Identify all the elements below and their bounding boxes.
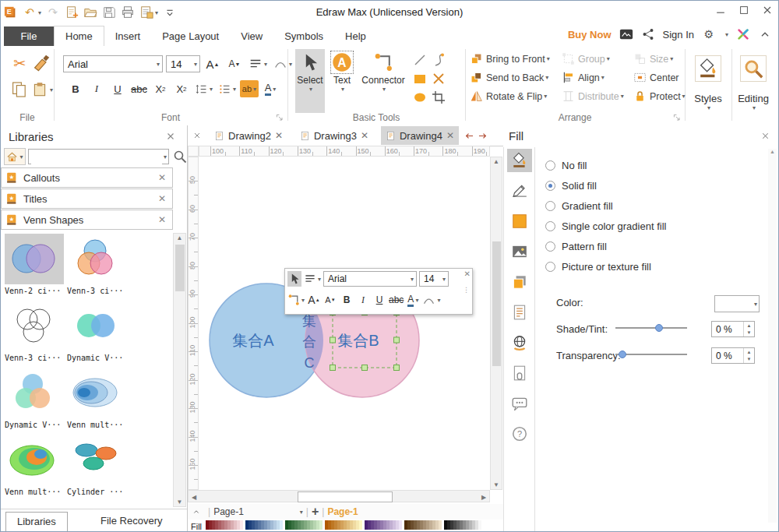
mini-font-size-combo[interactable]: 14▾: [419, 271, 449, 287]
select-tool-button[interactable]: Select▾: [295, 49, 325, 113]
fill-option-no-fill[interactable]: No fill: [545, 160, 587, 171]
scroll-down-icon[interactable]: ▼: [491, 481, 502, 488]
drawing-canvas[interactable]: 集合A集合B集合C ▾ Arial▾ 14▾ ▾ A▲A▼BIUabcA▾▾ ✕…: [199, 157, 490, 490]
print-icon[interactable]: [121, 5, 135, 19]
close-library-icon[interactable]: ✕: [158, 172, 166, 183]
scroll-down-icon[interactable]: ▼: [174, 499, 185, 506]
comment-panel-button[interactable]: [507, 392, 532, 415]
library-shape-item[interactable]: Venn-3 ci···: [5, 301, 64, 362]
transparency-spinner[interactable]: 0 %▲▼: [711, 347, 755, 364]
align-button[interactable]: Align▾: [562, 69, 624, 86]
copy-icon[interactable]: [10, 80, 29, 99]
transparency-slider[interactable]: [615, 350, 687, 359]
share-icon[interactable]: [641, 27, 655, 41]
send-to-back-button[interactable]: Send to Back▾: [470, 69, 550, 86]
resize-handle[interactable]: [362, 365, 368, 371]
save-icon[interactable]: [102, 5, 116, 19]
paste-button[interactable]: ▾: [30, 80, 54, 99]
close-icon[interactable]: [761, 4, 774, 16]
radio-no-fill[interactable]: [545, 160, 555, 171]
mini-connector-button[interactable]: ▾: [287, 292, 305, 308]
text-arc-button[interactable]: ▾: [272, 55, 294, 72]
bold-button[interactable]: B: [340, 292, 354, 308]
document-options-icon-dropdown[interactable]: ▾: [155, 9, 158, 16]
mini-toolbar-drag-dots[interactable]: ⋮: [463, 286, 470, 294]
palette-swatch[interactable]: [280, 520, 283, 530]
rectangle-tool-icon[interactable]: [412, 71, 428, 86]
fill-option-pattern-fill[interactable]: Pattern fill: [545, 241, 607, 252]
library-shape-item[interactable]: Venn mult···: [67, 368, 126, 429]
cross-tool-icon[interactable]: [431, 71, 446, 86]
library-shape-item[interactable]: Dynamic V···: [67, 301, 126, 362]
strike-button[interactable]: abc: [389, 292, 404, 308]
menu-tab-help[interactable]: Help: [334, 26, 377, 47]
palette-swatch[interactable]: [399, 520, 402, 530]
fill-option-single-color-gradient-fill[interactable]: Single color gradient fill: [545, 220, 666, 232]
library-search-field[interactable]: [31, 150, 162, 165]
superscript-button[interactable]: X2: [172, 80, 191, 97]
radio-pattern-fill[interactable]: [545, 241, 555, 252]
scroll-up-icon[interactable]: ▲: [491, 158, 502, 165]
panel-scrollbar[interactable]: ▲: [768, 149, 777, 523]
palette-swatch[interactable]: [439, 520, 442, 530]
library-shape-item[interactable]: Venn-3 ci···: [67, 234, 126, 295]
minimize-icon[interactable]: [714, 4, 727, 16]
shade-tint-slider[interactable]: [615, 323, 687, 333]
line-spacing-icon-button[interactable]: ▾: [193, 80, 214, 97]
format-painter-icon[interactable]: [32, 54, 51, 72]
rotate-flip-button[interactable]: Rotate & Flip▾: [470, 88, 550, 104]
panel-tab-libraries[interactable]: Libraries: [5, 512, 68, 532]
collapse-ribbon-icon[interactable]: [758, 27, 772, 41]
shade-tint-spinner[interactable]: 0 %▲▼: [711, 321, 755, 337]
shrink-button[interactable]: A▼: [323, 292, 337, 308]
right-arrow-icon[interactable]: [477, 131, 488, 141]
fill-option-solid-fill[interactable]: Solid fill: [545, 180, 597, 192]
library-search-input[interactable]: ▾: [28, 149, 169, 164]
mini-align-button[interactable]: ▾: [304, 271, 321, 287]
fill-option-gradient-fill[interactable]: Gradient fill: [545, 200, 613, 212]
library-section-callouts[interactable]: ★Callouts✕: [1, 167, 173, 188]
close-tab-icon[interactable]: ✕: [361, 130, 368, 141]
highlight-button[interactable]: ab▾: [240, 80, 259, 97]
bold-button[interactable]: B: [66, 80, 85, 97]
fill-option-picture-or-texture-fill[interactable]: Picture or texture fill: [545, 261, 651, 273]
cut-icon[interactable]: ✂: [10, 54, 29, 72]
italic-button[interactable]: I: [356, 292, 370, 308]
horizontal-scrollbar[interactable]: ◀ ▶: [188, 490, 490, 502]
quick-color-panel-button[interactable]: [507, 210, 532, 233]
shadow-panel-button[interactable]: [507, 270, 532, 294]
picture-panel-button[interactable]: [507, 240, 532, 263]
venn-diagram[interactable]: 集合A集合B集合C: [199, 157, 490, 490]
page-tab[interactable]: Page-1: [213, 506, 244, 517]
vertical-scroll-thumb[interactable]: [492, 241, 501, 366]
resize-handle[interactable]: [330, 365, 336, 371]
library-section-venn-shapes[interactable]: ★Venn Shapes✕: [1, 210, 173, 230]
menu-tab-symbols[interactable]: Symbols: [273, 26, 334, 47]
new-document-icon[interactable]: [65, 5, 79, 19]
current-page-label[interactable]: Page-1: [327, 506, 358, 517]
crop-tool-icon[interactable]: [431, 90, 446, 105]
grow-font-button[interactable]: A▲: [203, 55, 222, 72]
shrink-font-button[interactable]: A▼: [225, 55, 244, 72]
small-close-icon[interactable]: [165, 131, 176, 142]
horizontal-scroll-thumb[interactable]: [298, 491, 393, 502]
customize-quick-access-icon[interactable]: [163, 5, 177, 19]
image-export-icon[interactable]: [619, 27, 633, 41]
library-section-titles[interactable]: ★Titles✕: [1, 188, 173, 209]
panel-tab-file-recovery[interactable]: File Recovery: [90, 512, 173, 530]
library-shape-item[interactable]: Cylinder ···: [67, 435, 126, 496]
underline-button[interactable]: U: [372, 292, 386, 308]
maximize-icon[interactable]: [738, 4, 750, 16]
left-arrow-icon[interactable]: [464, 131, 475, 141]
radio-gradient-fill[interactable]: [545, 201, 555, 211]
close-library-icon[interactable]: ✕: [158, 214, 166, 225]
ellipse-tool-icon[interactable]: [412, 90, 428, 105]
italic-button[interactable]: I: [87, 80, 106, 97]
styles-button[interactable]: Styles ▾: [686, 51, 730, 111]
palette-swatch[interactable]: [319, 520, 323, 530]
bring-to-front-button[interactable]: Bring to Front▾: [470, 51, 550, 67]
scroll-up-icon[interactable]: ▲: [174, 234, 185, 241]
close-tab-icon[interactable]: ✕: [446, 130, 454, 141]
gear-dropdown-icon[interactable]: ▾: [725, 31, 728, 38]
font-family-combo[interactable]: Arial▾: [63, 55, 163, 72]
